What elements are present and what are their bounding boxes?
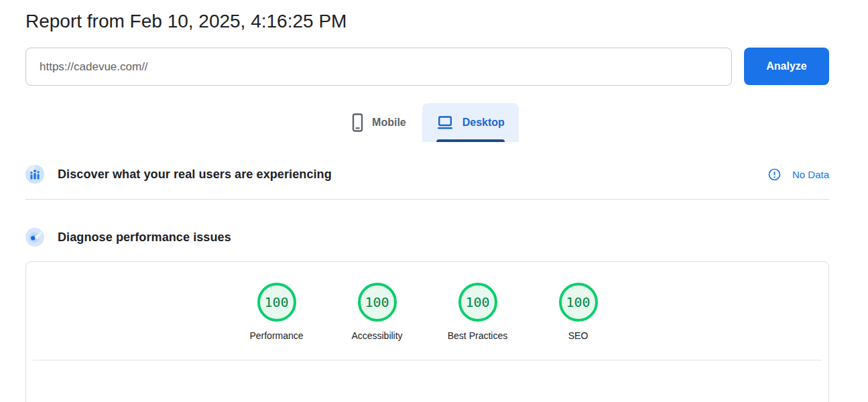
score-value: 100	[566, 294, 590, 310]
score-seo[interactable]: 100 SEO	[528, 283, 629, 341]
page-title: Report from Feb 10, 2025, 4:16:25 PM	[25, 11, 829, 32]
laptop-icon	[436, 115, 454, 131]
active-tab-indicator	[436, 139, 505, 142]
score-best-practices[interactable]: 100 Best Practices	[428, 283, 528, 341]
no-data-label: No Data	[792, 169, 829, 180]
category-scores-row: 100 Performance 100 Accessibility 100 Be…	[26, 262, 828, 341]
score-label: Best Practices	[448, 330, 507, 341]
score-label: Accessibility	[351, 330, 402, 341]
tab-mobile[interactable]: Mobile	[336, 103, 422, 142]
score-label: SEO	[568, 330, 588, 341]
score-gauge: 100	[257, 283, 296, 322]
url-input[interactable]	[25, 48, 732, 86]
page-content: Report from Feb 10, 2025, 4:16:25 PM Ana…	[25, 11, 829, 402]
section-divider	[25, 199, 829, 200]
tab-desktop-label: Desktop	[462, 117, 505, 129]
lab-data-icon	[25, 228, 44, 247]
analyze-button[interactable]: Analyze	[744, 48, 829, 85]
tab-desktop[interactable]: Desktop	[422, 103, 519, 142]
score-value: 100	[465, 294, 489, 310]
field-data-section-header: Discover what your real users are experi…	[25, 165, 829, 184]
score-value: 100	[264, 294, 288, 310]
url-bar: Analyze	[25, 48, 829, 86]
field-data-heading: Discover what your real users are experi…	[58, 168, 332, 182]
score-value: 100	[365, 294, 389, 310]
score-label: Performance	[249, 330, 303, 341]
score-accessibility[interactable]: 100 Accessibility	[327, 283, 428, 341]
lab-data-section-header: Diagnose performance issues	[25, 228, 829, 247]
score-performance[interactable]: 100 Performance	[227, 283, 327, 341]
alert-circle-icon	[768, 168, 781, 181]
field-data-icon	[25, 165, 44, 184]
device-tabs: Mobile Desktop	[25, 103, 829, 142]
score-gauge: 100	[559, 283, 598, 322]
tab-mobile-label: Mobile	[372, 117, 406, 129]
smartphone-icon	[352, 113, 363, 132]
card-divider	[33, 360, 822, 360]
score-gauge: 100	[458, 283, 497, 322]
lab-data-heading: Diagnose performance issues	[58, 230, 231, 245]
score-gauge: 100	[358, 283, 397, 322]
lab-report-card: 100 Performance 100 Accessibility 100 Be…	[25, 261, 829, 402]
field-data-status[interactable]: No Data	[768, 168, 829, 181]
